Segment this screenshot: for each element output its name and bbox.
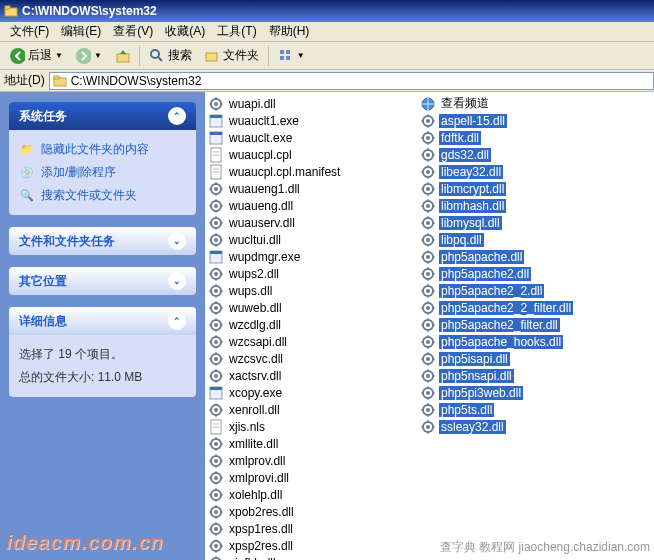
file-name: php5apache_hooks.dll [439, 335, 563, 349]
file-item[interactable]: xpsp1res.dll [205, 520, 417, 537]
svg-point-128 [214, 493, 218, 497]
file-item[interactable]: xolehlp.dll [205, 486, 417, 503]
system-tasks-header[interactable]: 系统任务 ⌃ [9, 102, 196, 130]
file-item[interactable]: wuauclt.exe [205, 129, 417, 146]
file-item[interactable]: xpsp2res.dll [205, 537, 417, 554]
file-item[interactable]: php5ts.dll [417, 401, 629, 418]
file-item[interactable]: fdftk.dll [417, 129, 629, 146]
file-item[interactable]: wups.dll [205, 282, 417, 299]
file-item[interactable]: php5apache2_2.dll [417, 282, 629, 299]
address-input[interactable] [71, 74, 653, 88]
file-item[interactable]: xmllite.dll [205, 435, 417, 452]
svg-point-225 [426, 306, 430, 310]
file-item[interactable]: wuauclt1.exe [205, 112, 417, 129]
file-item[interactable]: php5apache2_2_filter.dll [417, 299, 629, 316]
file-item[interactable]: wuweb.dll [205, 299, 417, 316]
menu-edit[interactable]: 编辑(E) [55, 21, 107, 42]
file-name: wuaucpl.cpl [227, 148, 294, 162]
file-icon [208, 130, 224, 146]
svg-rect-13 [54, 76, 59, 79]
file-icon [208, 113, 224, 129]
file-item[interactable]: wuaueng1.dll [205, 180, 417, 197]
task-search-files[interactable]: 🔍搜索文件或文件夹 [19, 184, 186, 207]
folders-button[interactable]: 文件夹 [199, 44, 264, 67]
file-name: libmysql.dll [439, 216, 502, 230]
file-item[interactable]: libmhash.dll [417, 197, 629, 214]
file-tasks-header[interactable]: 文件和文件夹任务 ⌄ [9, 227, 196, 255]
file-item[interactable]: zipfldr.dll [205, 554, 417, 560]
file-name: wuaueng.dll [227, 199, 295, 213]
file-item[interactable]: php5apache2.dll [417, 265, 629, 282]
up-button[interactable] [109, 45, 135, 67]
menu-tools[interactable]: 工具(T) [211, 21, 262, 42]
file-item[interactable]: wzcsapi.dll [205, 333, 417, 350]
channel-link[interactable]: 查看频道 [417, 95, 629, 112]
forward-button[interactable]: ▼ [70, 45, 107, 67]
file-item[interactable]: libpq.dll [417, 231, 629, 248]
svg-point-134 [214, 510, 218, 514]
file-list[interactable]: wuapi.dllwuauclt1.exewuauclt.exewuaucpl.… [205, 92, 654, 560]
file-item[interactable]: php5isapi.dll [417, 350, 629, 367]
file-name: xpsp1res.dll [227, 522, 295, 536]
file-item[interactable]: wuapi.dll [205, 95, 417, 112]
watermark-1: ideacm.com.cn [6, 531, 164, 554]
file-name: aspell-15.dll [439, 114, 507, 128]
file-item[interactable]: libeay32.dll [417, 163, 629, 180]
file-item[interactable]: php5apache2_filter.dll [417, 316, 629, 333]
file-item[interactable]: php5pi3web.dll [417, 384, 629, 401]
task-hide-contents[interactable]: 📁隐藏此文件夹的内容 [19, 138, 186, 161]
file-item[interactable]: wups2.dll [205, 265, 417, 282]
file-icon [208, 181, 224, 197]
menu-fav[interactable]: 收藏(A) [159, 21, 211, 42]
file-icon [208, 385, 224, 401]
file-item[interactable]: xmlprov.dll [205, 452, 417, 469]
file-item[interactable]: xenroll.dll [205, 401, 417, 418]
file-name: php5apache2_filter.dll [439, 318, 560, 332]
file-item[interactable]: php5nsapi.dll [417, 367, 629, 384]
menu-help[interactable]: 帮助(H) [263, 21, 316, 42]
file-item[interactable]: xactsrv.dll [205, 367, 417, 384]
file-item[interactable]: libmcrypt.dll [417, 180, 629, 197]
address-input-wrap[interactable] [49, 72, 654, 90]
file-name: fdftk.dll [439, 131, 481, 145]
file-item[interactable]: wuaueng.dll [205, 197, 417, 214]
svg-point-243 [426, 357, 430, 361]
file-item[interactable]: wuaucpl.cpl.manifest [205, 163, 417, 180]
search-button[interactable]: 搜索 [144, 44, 197, 67]
details-header[interactable]: 详细信息 ⌃ [9, 307, 196, 335]
file-item[interactable]: aspell-15.dll [417, 112, 629, 129]
file-item[interactable]: gds32.dll [417, 146, 629, 163]
svg-point-110 [214, 442, 218, 446]
file-item[interactable]: php5apache.dll [417, 248, 629, 265]
views-button[interactable]: ▼ [273, 45, 310, 67]
file-icon [208, 368, 224, 384]
file-name: wzcsvc.dll [227, 352, 285, 366]
file-name: xpsp2res.dll [227, 539, 295, 553]
file-item[interactable]: xjis.nls [205, 418, 417, 435]
task-add-remove[interactable]: 💿添加/删除程序 [19, 161, 186, 184]
file-item[interactable]: wuauserv.dll [205, 214, 417, 231]
programs-icon: 💿 [19, 165, 35, 181]
file-item[interactable]: ssleay32.dll [417, 418, 629, 435]
file-item[interactable]: xmlprovi.dll [205, 469, 417, 486]
back-button[interactable]: 后退 ▼ [4, 44, 68, 67]
file-item[interactable]: libmysql.dll [417, 214, 629, 231]
menu-view[interactable]: 查看(V) [107, 21, 159, 42]
file-item[interactable]: wzcsvc.dll [205, 350, 417, 367]
file-item[interactable]: xpob2res.dll [205, 503, 417, 520]
file-item[interactable]: wzcdlg.dll [205, 316, 417, 333]
file-item[interactable]: wupdmgr.exe [205, 248, 417, 265]
menu-file[interactable]: 文件(F) [4, 21, 55, 42]
other-places-header[interactable]: 其它位置 ⌄ [9, 267, 196, 295]
file-item[interactable]: xcopy.exe [205, 384, 417, 401]
folder-icon [52, 73, 68, 89]
file-item[interactable]: wucltui.dll [205, 231, 417, 248]
file-name: wuaueng1.dll [227, 182, 302, 196]
address-label: 地址(D) [4, 72, 45, 89]
svg-point-237 [426, 340, 430, 344]
file-name: php5apache2_2_filter.dll [439, 301, 573, 315]
file-item[interactable]: php5apache_hooks.dll [417, 333, 629, 350]
file-item[interactable]: wuaucpl.cpl [205, 146, 417, 163]
file-name: wuauclt1.exe [227, 114, 301, 128]
svg-point-69 [214, 306, 218, 310]
